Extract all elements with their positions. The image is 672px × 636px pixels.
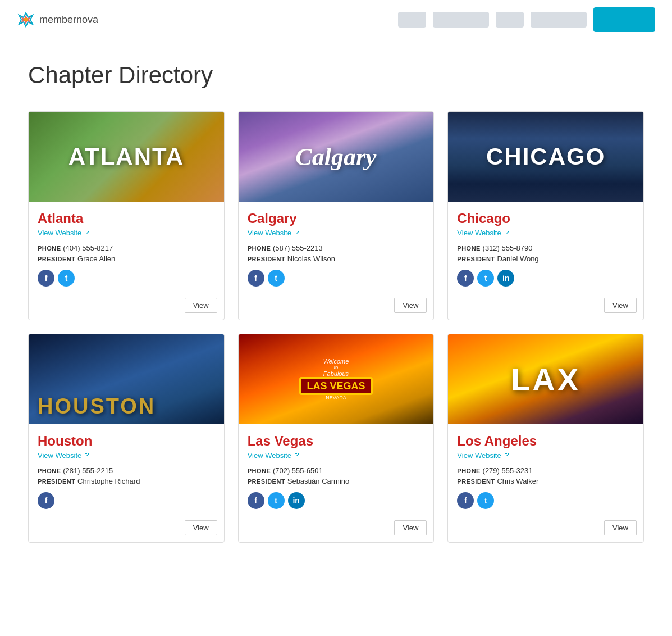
phone-info-houston: PHONE (281) 555-2215 (38, 466, 215, 475)
nav-area (398, 7, 655, 32)
logo-area: membernova (17, 11, 398, 29)
view-button-chicago[interactable]: View (604, 298, 637, 313)
social-facebook-losangeles[interactable]: f (457, 492, 474, 509)
social-facebook-lasvegas[interactable]: f (248, 492, 264, 509)
external-link-icon (294, 452, 300, 459)
city-name-atlanta: Atlanta (38, 211, 215, 226)
social-twitter-lasvegas[interactable]: t (268, 492, 285, 509)
chapter-card-losangeles: LAX Los Angeles View Website PHONE (279)… (447, 334, 644, 543)
nav-cta-button[interactable] (593, 7, 655, 32)
social-row-houston: f (38, 492, 215, 509)
membernova-logo-icon (17, 11, 35, 29)
city-label-chicago: CHICAGO (486, 143, 605, 170)
header: membernova (0, 0, 672, 39)
city-label-lasvegas: Welcome to Fabulous LAS VEGAS NEVADA (299, 358, 372, 401)
card-image-losangeles: LAX (448, 334, 643, 424)
view-website-link-losangeles[interactable]: View Website (457, 451, 634, 460)
president-info-calgary: PRESIDENT Nicolas Wilson (248, 255, 425, 263)
external-link-icon (84, 452, 90, 459)
president-info-lasvegas: PRESIDENT Sebastián Carmino (248, 477, 425, 485)
city-name-losangeles: Los Angeles (457, 433, 634, 449)
city-name-lasvegas: Las Vegas (248, 433, 425, 449)
chapter-card-chicago: CHICAGO Chicago View Website PHONE (312)… (447, 111, 644, 320)
city-name-houston: Houston (38, 433, 215, 449)
card-body-chicago: Chicago View Website PHONE (312) 555-879… (448, 202, 643, 296)
view-button-lasvegas[interactable]: View (394, 520, 427, 535)
card-body-losangeles: Los Angeles View Website PHONE (279) 555… (448, 424, 643, 518)
president-info-losangeles: PRESIDENT Chris Walker (457, 477, 634, 485)
external-link-icon (84, 230, 90, 237)
social-row-lasvegas: ftin (248, 492, 425, 509)
card-image-chicago: CHICAGO (448, 112, 643, 202)
city-label-houston: HOUSTON (38, 394, 156, 419)
chapter-card-lasvegas: Welcome to Fabulous LAS VEGAS NEVADA Las… (238, 334, 435, 543)
social-row-calgary: ft (248, 270, 425, 287)
city-name-calgary: Calgary (248, 211, 425, 226)
social-twitter-chicago[interactable]: t (477, 270, 494, 287)
main-content: Chapter Directory ATLANTA Atlanta View W… (0, 39, 672, 636)
page-title: Chapter Directory (28, 62, 644, 89)
view-website-link-lasvegas[interactable]: View Website (248, 451, 425, 460)
nav-item-1[interactable] (398, 12, 426, 28)
view-website-link-chicago[interactable]: View Website (457, 229, 634, 237)
card-body-atlanta: Atlanta View Website PHONE (404) 555-821… (29, 202, 224, 296)
external-link-icon (294, 230, 300, 237)
social-row-losangeles: ft (457, 492, 634, 509)
view-button-atlanta[interactable]: View (185, 298, 217, 313)
card-body-lasvegas: Las Vegas View Website PHONE (702) 555-6… (239, 424, 434, 518)
card-footer-losangeles: View (448, 518, 643, 542)
city-label-losangeles: LAX (511, 361, 580, 398)
social-linkedin-chicago[interactable]: in (497, 270, 514, 287)
social-facebook-calgary[interactable]: f (248, 270, 264, 287)
view-button-houston[interactable]: View (185, 520, 217, 535)
chapter-card-atlanta: ATLANTA Atlanta View Website PHONE (404)… (28, 111, 225, 320)
external-link-icon (504, 230, 510, 237)
card-footer-calgary: View (239, 296, 434, 320)
card-image-houston: HOUSTON (29, 334, 224, 424)
phone-info-atlanta: PHONE (404) 555-8217 (38, 244, 215, 252)
card-image-calgary: Calgary (239, 112, 434, 202)
logo-text: membernova (39, 14, 98, 26)
card-image-lasvegas: Welcome to Fabulous LAS VEGAS NEVADA (239, 334, 434, 424)
card-image-atlanta: ATLANTA (29, 112, 224, 202)
card-footer-houston: View (29, 518, 224, 542)
card-body-houston: Houston View Website PHONE (281) 555-221… (29, 424, 224, 518)
view-button-calgary[interactable]: View (394, 298, 427, 313)
president-info-atlanta: PRESIDENT Grace Allen (38, 255, 215, 263)
view-website-link-calgary[interactable]: View Website (248, 229, 425, 237)
president-info-houston: PRESIDENT Christophe Richard (38, 477, 215, 485)
external-link-icon (504, 452, 510, 459)
president-info-chicago: PRESIDENT Daniel Wong (457, 255, 634, 263)
social-twitter-calgary[interactable]: t (268, 270, 285, 287)
view-button-losangeles[interactable]: View (604, 520, 637, 535)
card-footer-chicago: View (448, 296, 643, 320)
phone-info-lasvegas: PHONE (702) 555-6501 (248, 466, 425, 475)
social-facebook-atlanta[interactable]: f (38, 270, 54, 287)
chapter-card-houston: HOUSTON Houston View Website PHONE (281)… (28, 334, 225, 543)
card-footer-atlanta: View (29, 296, 224, 320)
social-twitter-losangeles[interactable]: t (477, 492, 494, 509)
view-website-link-houston[interactable]: View Website (38, 451, 215, 460)
nav-item-3[interactable] (496, 12, 524, 28)
city-label-calgary: Calgary (295, 143, 376, 171)
chapter-grid: ATLANTA Atlanta View Website PHONE (404)… (28, 111, 644, 543)
social-row-atlanta: ft (38, 270, 215, 287)
phone-info-calgary: PHONE (587) 555-2213 (248, 244, 425, 252)
nav-item-2[interactable] (433, 12, 489, 28)
phone-info-losangeles: PHONE (279) 555-3231 (457, 466, 634, 475)
social-linkedin-lasvegas[interactable]: in (288, 492, 305, 509)
view-website-link-atlanta[interactable]: View Website (38, 229, 215, 237)
card-footer-lasvegas: View (239, 518, 434, 542)
social-twitter-atlanta[interactable]: t (58, 270, 75, 287)
nav-item-4[interactable] (531, 12, 587, 28)
phone-info-chicago: PHONE (312) 555-8790 (457, 244, 634, 252)
svg-rect-2 (24, 18, 28, 21)
chapter-card-calgary: Calgary Calgary View Website PHONE (587)… (238, 111, 435, 320)
social-facebook-houston[interactable]: f (38, 492, 54, 509)
social-row-chicago: ftin (457, 270, 634, 287)
city-name-chicago: Chicago (457, 211, 634, 226)
city-label-atlanta: ATLANTA (68, 143, 184, 170)
card-body-calgary: Calgary View Website PHONE (587) 555-221… (239, 202, 434, 296)
social-facebook-chicago[interactable]: f (457, 270, 474, 287)
